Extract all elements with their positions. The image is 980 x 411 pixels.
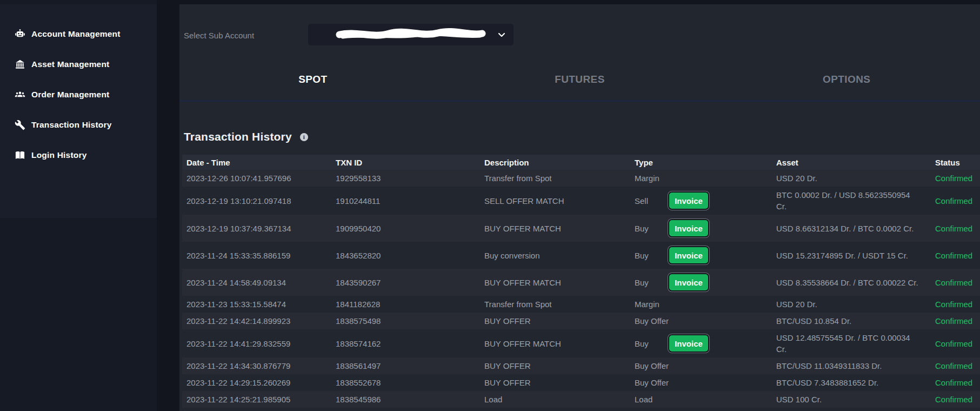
type-label: Buy: [635, 223, 659, 234]
cell-type: BuyInvoice: [630, 242, 772, 269]
status-badge: Confirmed: [931, 329, 980, 357]
sidebar-item-label: Order Management: [31, 90, 109, 100]
status-badge: Confirmed: [931, 242, 980, 269]
cell-txn-id: 1909950420: [331, 215, 480, 242]
cell-type: BuyInvoice: [630, 269, 772, 296]
sidebar-item-label: Transaction History: [31, 120, 112, 130]
type-label: Buy Offer: [635, 377, 669, 388]
table-row: 2023-11-24 14:58:49.091341843590267BUY O…: [182, 269, 980, 296]
cell-txn-id: 1929558133: [331, 170, 480, 187]
table-row: 2023-11-24 15:33:35.8861591843652820Buy …: [182, 242, 980, 269]
sidebar-item-asset-management[interactable]: Asset Management: [0, 53, 157, 76]
cell-description: BUY OFFER: [480, 313, 630, 329]
type-label: Buy: [635, 338, 659, 349]
column-header-type: Type: [630, 155, 772, 170]
section-header: Transaction History i: [184, 130, 980, 143]
cell-type: Margin: [630, 296, 772, 313]
status-badge: Confirmed: [931, 313, 980, 329]
column-header-asset: Asset: [772, 155, 931, 170]
type-label: Sell: [635, 195, 659, 207]
type-label: Load: [635, 394, 659, 405]
cell-date: 2023-11-22 14:29:15.260269: [182, 374, 331, 391]
cell-date: 2023-11-22 14:41:29.832559: [182, 329, 331, 357]
cell-asset: USD 12.48575545 Dr. / BTC 0.00034 Cr.: [772, 329, 931, 357]
cell-description: SELL OFFER MATCH: [480, 187, 630, 215]
cell-date: 2023-11-23 15:33:15.58474: [182, 296, 331, 313]
table-row: 2023-11-22 14:34:30.8767791838561497BUY …: [182, 357, 980, 374]
sub-account-select[interactable]: [308, 24, 514, 45]
transaction-table-body: 2023-12-26 10:07:41.9576961929558133Tran…: [182, 170, 980, 408]
type-label: Buy Offer: [635, 360, 669, 372]
info-icon[interactable]: i: [300, 133, 308, 141]
cell-asset: BTC 0.0002 Dr. / USD 8.5623550954 Cr.: [772, 187, 931, 215]
table-row: 2023-12-19 13:10:21.0974181910244811SELL…: [182, 187, 980, 215]
type-label: Margin: [635, 299, 659, 310]
invoice-button[interactable]: Invoice: [668, 219, 709, 237]
sidebar-item-label: Account Management: [31, 29, 121, 39]
invoice-button[interactable]: Invoice: [668, 273, 709, 291]
cell-date: 2023-11-22 14:25:21.985905: [182, 391, 331, 408]
type-label: Buy Offer: [635, 315, 669, 327]
cell-type: SellInvoice: [630, 187, 772, 215]
status-badge: Confirmed: [931, 170, 980, 187]
invoice-button[interactable]: Invoice: [668, 191, 709, 210]
bank-icon: [15, 59, 25, 70]
sidebar-item-account-management[interactable]: Account Management: [0, 23, 157, 45]
sidebar-item-label: Asset Management: [31, 59, 109, 69]
status-badge: Confirmed: [931, 391, 980, 408]
cell-description: Buy conversion: [480, 242, 630, 269]
table-row: 2023-11-23 15:33:15.584741841182628Trans…: [182, 296, 980, 313]
column-header-txn-id: TXN ID: [331, 155, 480, 170]
invoice-button[interactable]: Invoice: [668, 246, 709, 264]
cell-asset: USD 100 Cr.: [772, 391, 931, 408]
type-label: Buy: [635, 250, 659, 261]
sidebar: Account ManagementAsset ManagementOrder …: [0, 0, 157, 411]
cell-asset: BTC/USD 11.0349311833 Dr.: [772, 357, 931, 374]
cell-asset: USD 8.66312134 Dr. / BTC 0.0002 Cr.: [772, 215, 931, 242]
cell-date: 2023-12-19 13:10:21.097418: [182, 187, 331, 215]
chevron-down-icon: [496, 29, 507, 40]
table-row: 2023-12-19 10:37:49.3671341909950420BUY …: [182, 215, 980, 242]
tab-futures[interactable]: FUTURES: [446, 73, 714, 86]
tab-divider: [179, 100, 980, 102]
app-window: Account ManagementAsset ManagementOrder …: [0, 0, 980, 411]
cell-description: BUY OFFER MATCH: [480, 329, 630, 357]
cell-description: BUY OFFER MATCH: [480, 215, 630, 242]
status-badge: Confirmed: [931, 296, 980, 313]
select-sub-account-label: Select Sub Account: [184, 30, 254, 41]
status-badge: Confirmed: [931, 357, 980, 374]
table-row: 2023-11-22 14:41:29.8325591838574162BUY …: [182, 329, 980, 357]
table-row: 2023-12-26 10:07:41.9576961929558133Tran…: [182, 170, 980, 187]
wrench-icon: [15, 120, 25, 130]
cell-txn-id: 1843652820: [331, 242, 480, 269]
cell-type: Load: [630, 391, 772, 408]
cell-description: Transfer from Spot: [480, 170, 630, 187]
cell-description: BUY OFFER: [480, 357, 630, 374]
cell-txn-id: 1838545986: [331, 391, 480, 408]
robot-icon: [15, 29, 25, 39]
cell-type: Buy Offer: [630, 357, 772, 374]
sidebar-item-order-management[interactable]: Order Management: [0, 83, 157, 106]
cell-description: Transfer from Spot: [480, 296, 630, 313]
cell-date: 2023-11-24 15:33:35.886159: [182, 242, 331, 269]
invoice-button[interactable]: Invoice: [668, 334, 709, 353]
sidebar-item-transaction-history[interactable]: Transaction History: [0, 114, 157, 136]
cell-txn-id: 1910244811: [331, 187, 480, 215]
redaction-scribble: [335, 28, 486, 42]
tab-spot[interactable]: SPOT: [179, 73, 446, 86]
cell-txn-id: 1838552678: [331, 374, 480, 391]
status-badge: Confirmed: [931, 187, 980, 215]
people-group-icon: [15, 89, 25, 100]
table-header-row: Date - TimeTXN IDDescriptionTypeAssetSta…: [182, 155, 980, 170]
sidebar-item-login-history[interactable]: Login History: [0, 144, 157, 167]
cell-txn-id: 1838574162: [331, 329, 480, 357]
sidebar-content-gap: [157, 0, 179, 411]
tab-options[interactable]: OPTIONS: [713, 73, 980, 86]
column-header-description: Description: [480, 155, 630, 170]
table-row: 2023-11-22 14:29:15.2602691838552678BUY …: [182, 374, 980, 391]
cell-date: 2023-11-22 14:42:14.899923: [182, 313, 331, 329]
page-title: Transaction History: [184, 130, 292, 143]
column-header-status: Status: [931, 155, 980, 170]
sidebar-item-label: Login History: [31, 150, 87, 160]
type-label: Margin: [635, 173, 659, 184]
